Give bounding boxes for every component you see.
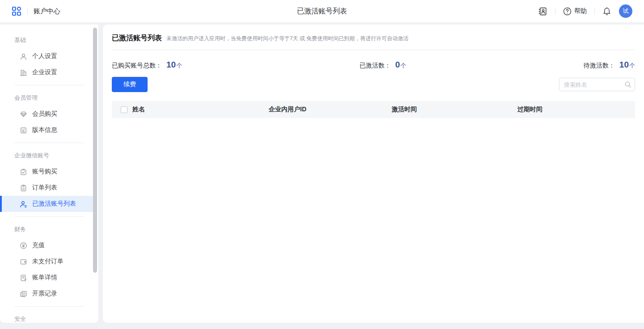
help-label: 帮助	[574, 7, 587, 15]
stat-label: 已购买账号总数：	[112, 62, 162, 70]
sidebar-item-activated-accounts[interactable]: 已激活账号列表	[0, 196, 93, 212]
sidebar-item-label: 充值	[32, 241, 45, 249]
address-book-icon[interactable]	[538, 7, 547, 16]
gem-icon	[20, 110, 27, 118]
sidebar-item-member-purchase[interactable]: 会员购买	[0, 106, 98, 122]
sidebar-item-label: 未支付订单	[32, 257, 64, 266]
search-input[interactable]	[559, 78, 635, 91]
help-icon	[563, 7, 572, 16]
clipboard-check-icon	[20, 168, 27, 176]
sidebar-item-version-info[interactable]: 版本信息	[0, 122, 98, 138]
sidebar-item-enterprise-settings[interactable]: 企业设置	[0, 64, 98, 80]
stat-unit: 个	[629, 62, 635, 70]
header-divider	[555, 8, 555, 15]
column-header-user-id: 企业内用户ID	[269, 105, 392, 114]
sidebar-item-bill-details[interactable]: 账单详情	[0, 270, 98, 286]
page-description: 未激活的用户进入应用时，当免费使用时间小于等于7天 或 免费使用时间已到期，将进…	[166, 35, 408, 42]
column-header-activation-time: 激活时间	[392, 105, 517, 114]
sidebar-divider	[14, 85, 84, 85]
sidebar-section-security: 安全	[0, 311, 98, 323]
sidebar-section-basic: 基础	[0, 32, 98, 48]
stat-unit: 个	[176, 62, 182, 70]
page-title: 已激活账号列表	[112, 34, 162, 43]
sidebar-item-recharge[interactable]: 充值	[0, 237, 98, 253]
stat-label: 已激活数：	[360, 62, 391, 70]
sidebar-divider	[14, 143, 84, 143]
accounts-table: 姓名 企业内用户ID 激活时间 过期时间	[103, 101, 644, 315]
sidebar-section-finance: 财务	[0, 221, 98, 237]
help-button[interactable]: 帮助	[563, 7, 587, 16]
sidebar-item-label: 订单列表	[32, 184, 57, 192]
table-body-empty	[112, 118, 635, 315]
search-icon[interactable]	[624, 81, 631, 88]
bill-icon	[20, 274, 27, 282]
sidebar-item-personal-settings[interactable]: 个人设置	[0, 48, 98, 64]
yuan-circle-icon	[20, 242, 27, 249]
stats-row: 已购买账号总数： 10 个 已激活数： 0 个 待激活数： 10 个	[103, 50, 644, 70]
sidebar-item-label: 账号购买	[32, 168, 57, 176]
sidebar-divider	[14, 306, 84, 307]
wallet-icon	[20, 258, 27, 266]
sidebar-item-label: 账单详情	[32, 274, 57, 282]
bell-icon[interactable]	[602, 7, 611, 16]
column-header-expiry-time: 过期时间	[517, 105, 635, 114]
sidebar-item-invoice-records[interactable]: 开票记录	[0, 286, 98, 302]
sidebar-item-label: 会员购买	[32, 110, 57, 118]
stat-value: 10	[166, 60, 176, 70]
select-all-checkbox[interactable]	[121, 106, 127, 113]
top-header: 已激活账号列表 账户中心	[0, 0, 644, 23]
search-box	[559, 78, 635, 91]
header-divider	[27, 8, 28, 15]
renew-button[interactable]: 续费	[112, 77, 148, 92]
stat-value: 10	[619, 60, 629, 70]
user-list-icon	[20, 200, 27, 208]
sidebar-item-label: 开票记录	[32, 290, 57, 298]
header-divider	[594, 8, 595, 15]
sidebar-item-account-purchase[interactable]: 账号购买	[0, 164, 98, 180]
sidebar-item-order-list[interactable]: 订单列表	[0, 180, 98, 196]
sidebar-item-label: 企业设置	[32, 68, 57, 76]
invoice-stack-icon	[20, 290, 27, 298]
clipboard-list-icon	[20, 184, 27, 192]
sidebar-divider	[14, 216, 84, 217]
sidebar-nav: 基础 个人设置 企业设置 会员管理 会员购买 版本信息 企业微信账号	[0, 25, 98, 323]
stat-total-purchased: 已购买账号总数： 10 个	[112, 60, 182, 70]
sidebar-item-unpaid-orders[interactable]: 未支付订单	[0, 253, 98, 270]
stat-activated: 已激活数： 0 个	[360, 60, 407, 70]
stat-pending-activation: 待激活数： 10 个	[584, 60, 635, 70]
sidebar-item-label: 已激活账号列表	[32, 200, 76, 208]
version-doc-icon	[20, 127, 27, 134]
sidebar-item-label: 版本信息	[32, 126, 57, 134]
stat-value: 0	[395, 60, 400, 70]
building-icon	[20, 69, 27, 76]
sidebar-scrollbar[interactable]	[93, 28, 97, 273]
sidebar-item-label: 个人设置	[32, 52, 57, 60]
sidebar-section-membership: 会员管理	[0, 90, 98, 106]
user-icon	[20, 53, 27, 60]
user-avatar[interactable]: 试	[619, 4, 632, 18]
table-header-row: 姓名 企业内用户ID 激活时间 过期时间	[112, 101, 635, 118]
app-name: 账户中心	[34, 7, 60, 16]
apps-grid-icon[interactable]	[12, 6, 21, 16]
column-header-name: 姓名	[132, 105, 145, 114]
sidebar-section-wecom-accounts: 企业微信账号	[0, 148, 98, 164]
main-content: 已激活账号列表 未激活的用户进入应用时，当免费使用时间小于等于7天 或 免费使用…	[103, 25, 644, 323]
stat-unit: 个	[400, 62, 406, 70]
stat-label: 待激活数：	[584, 62, 615, 70]
